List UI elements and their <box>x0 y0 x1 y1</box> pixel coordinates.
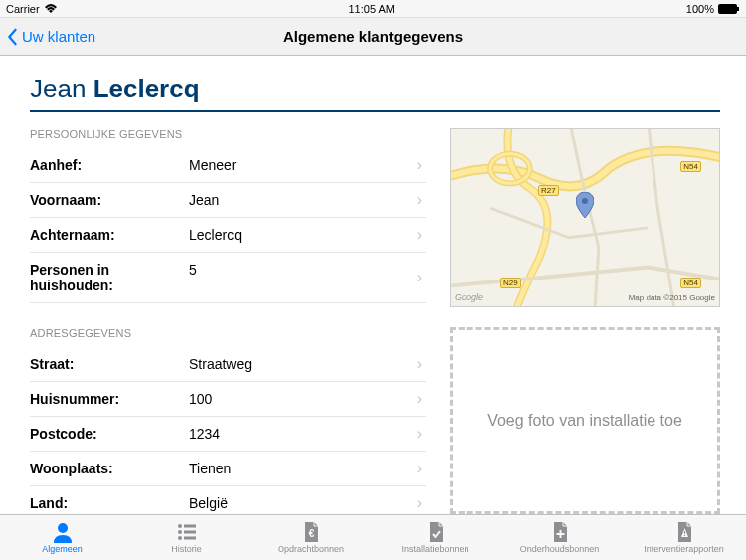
content-area: Jean Leclercq PERSOONLIJKE GEGEVENS Aanh… <box>0 56 746 521</box>
details-column: PERSOONLIJKE GEGEVENS Aanhef: Meneer › V… <box>30 128 426 521</box>
nav-bar: Uw klanten Algemene klantgegevens <box>0 18 746 56</box>
svg-text:€: € <box>308 528 314 539</box>
row-value: 5 <box>189 262 426 278</box>
chevron-right-icon: › <box>417 494 422 512</box>
map-road-r27: R27 <box>538 185 559 196</box>
tab-onderhoudsbonnen[interactable]: Onderhoudsbonnen <box>497 515 622 560</box>
row-voornaam[interactable]: Voornaam: Jean › <box>30 183 426 218</box>
back-button[interactable]: Uw klanten <box>0 28 95 46</box>
row-value: 1234 <box>189 426 426 442</box>
status-right: 100% <box>686 3 740 15</box>
row-label: Voornaam: <box>30 192 189 208</box>
row-value: Tienen <box>189 461 426 476</box>
page-title: Algemene klantgegevens <box>283 28 463 45</box>
customer-name-heading: Jean Leclercq <box>30 74 720 112</box>
chevron-right-icon: › <box>417 425 422 443</box>
map-graphic <box>451 129 719 306</box>
tab-label: Opdrachtbonnen <box>278 544 344 554</box>
personal-section-header: PERSOONLIJKE GEGEVENS <box>30 128 426 140</box>
map-road-n54b: N54 <box>680 278 701 288</box>
svg-point-9 <box>178 530 182 534</box>
tab-opdrachtbonnen[interactable]: € Opdrachtbonnen <box>249 515 373 560</box>
svg-point-7 <box>178 524 182 528</box>
media-column: N54 R27 N29 N54 Google Map data ©2015 Go… <box>450 128 720 521</box>
row-label: Land: <box>30 495 189 511</box>
svg-point-11 <box>178 536 182 540</box>
tab-bar: Algemeen Historie € Opdrachtbonnen Insta… <box>0 514 746 560</box>
chevron-right-icon: › <box>417 460 422 477</box>
row-value: 100 <box>189 391 426 407</box>
svg-point-6 <box>58 523 68 533</box>
document-plus-icon <box>548 521 572 543</box>
row-value: Jean <box>189 192 426 208</box>
chevron-right-icon: › <box>417 355 422 373</box>
row-woonplaats[interactable]: Woonplaats: Tienen › <box>30 452 426 486</box>
chevron-left-icon <box>6 28 18 46</box>
battery-label: 100% <box>686 3 714 15</box>
row-achternaam[interactable]: Achternaam: Leclercq › <box>30 218 426 253</box>
svg-rect-10 <box>184 531 196 534</box>
row-label: Postcode: <box>30 426 189 442</box>
chevron-right-icon: › <box>417 156 422 174</box>
tab-label: Algemeen <box>42 544 83 554</box>
row-label: Huisnummer: <box>30 391 189 407</box>
svg-rect-12 <box>184 537 196 540</box>
tab-historie[interactable]: Historie <box>124 515 249 560</box>
svg-rect-0 <box>718 4 737 14</box>
row-value: Meneer <box>189 157 426 173</box>
row-label: Woonplaats: <box>30 461 189 476</box>
chevron-right-icon: › <box>417 269 422 286</box>
map-road-n54: N54 <box>680 161 701 172</box>
add-photo-placeholder[interactable]: Voeg foto van installatie toe <box>450 327 720 514</box>
map-logo: Google <box>455 292 483 302</box>
row-label: Personen in huishouden: <box>30 262 189 293</box>
chevron-right-icon: › <box>417 226 422 244</box>
status-bar: Carrier 11:05 AM 100% <box>0 0 746 18</box>
address-section-header: ADRESGEGEVENS <box>30 327 426 339</box>
document-euro-icon: € <box>299 521 323 543</box>
list-icon <box>175 521 199 543</box>
customer-map[interactable]: N54 R27 N29 N54 Google Map data ©2015 Go… <box>450 128 720 307</box>
svg-rect-14 <box>684 531 685 534</box>
row-value: België <box>189 495 426 511</box>
tab-label: Installatiebonnen <box>401 544 468 554</box>
svg-rect-1 <box>737 7 739 11</box>
row-personen[interactable]: Personen in huishouden: 5 › <box>30 253 426 303</box>
svg-rect-8 <box>184 525 196 528</box>
carrier-label: Carrier <box>6 3 40 15</box>
document-alert-icon <box>672 521 696 543</box>
row-aanhef[interactable]: Aanhef: Meneer › <box>30 148 426 183</box>
wifi-icon <box>44 4 58 14</box>
battery-icon <box>718 4 740 14</box>
row-postcode[interactable]: Postcode: 1234 › <box>30 417 426 452</box>
add-photo-label: Voeg foto van installatie toe <box>487 412 682 430</box>
tab-installatiebonnen[interactable]: Installatiebonnen <box>373 515 497 560</box>
tab-label: Interventierapporten <box>644 544 724 554</box>
row-label: Straat: <box>30 356 189 372</box>
row-huisnummer[interactable]: Huisnummer: 100 › <box>30 382 426 417</box>
tab-label: Onderhoudsbonnen <box>520 544 600 554</box>
row-straat[interactable]: Straat: Straatweg › <box>30 347 426 382</box>
back-label: Uw klanten <box>22 28 95 45</box>
row-value: Leclercq <box>189 227 426 243</box>
status-time: 11:05 AM <box>349 3 395 15</box>
map-pin-icon <box>576 192 594 218</box>
row-label: Aanhef: <box>30 157 189 173</box>
document-check-icon <box>424 521 448 543</box>
map-attribution: Map data ©2015 Google <box>629 293 715 302</box>
chevron-right-icon: › <box>417 191 422 209</box>
svg-point-5 <box>582 198 588 204</box>
chevron-right-icon: › <box>417 390 422 408</box>
status-left: Carrier <box>6 3 58 15</box>
row-label: Achternaam: <box>30 227 189 243</box>
svg-rect-15 <box>684 535 685 536</box>
tab-algemeen[interactable]: Algemeen <box>0 515 124 560</box>
customer-last: Leclercq <box>93 74 200 103</box>
customer-first: Jean <box>30 74 86 103</box>
tab-label: Historie <box>171 544 202 554</box>
map-road-n29: N29 <box>500 278 521 288</box>
person-icon <box>51 521 75 543</box>
row-value: Straatweg <box>189 356 426 372</box>
tab-interventierapporten[interactable]: Interventierapporten <box>622 515 746 560</box>
